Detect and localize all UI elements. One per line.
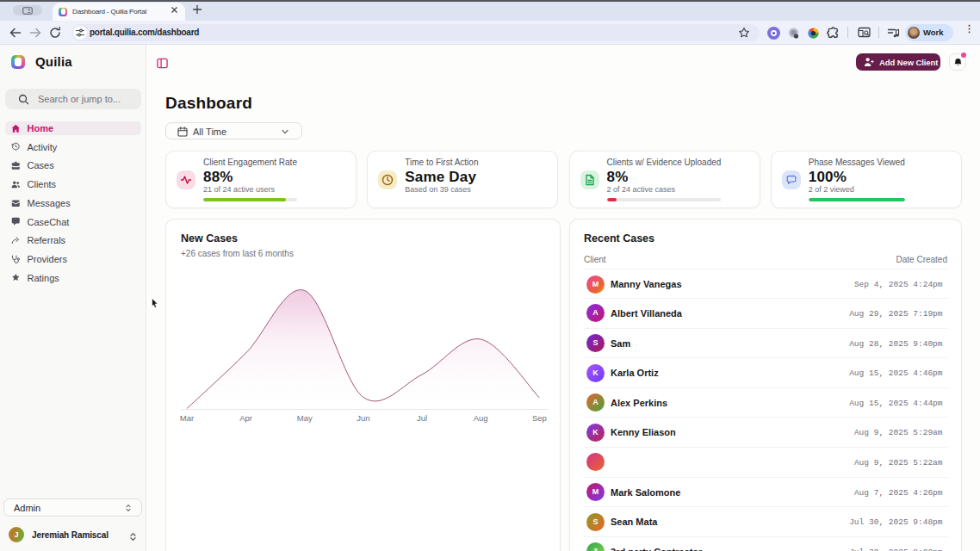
svg-text:Aug: Aug — [474, 413, 488, 423]
svg-text:Apr: Apr — [239, 413, 252, 423]
svg-text:May: May — [297, 413, 313, 423]
svg-text:Jun: Jun — [357, 413, 369, 423]
svg-text:Sep: Sep — [532, 413, 547, 423]
svg-text:Jul: Jul — [417, 413, 427, 423]
svg-text:Mar: Mar — [180, 413, 194, 423]
